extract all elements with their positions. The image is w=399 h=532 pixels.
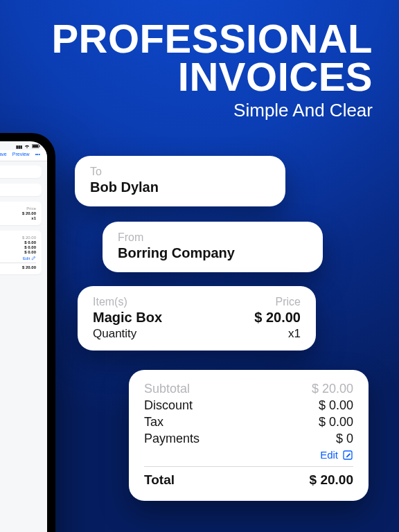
- callout-card-to: To Bob Dylan: [75, 156, 285, 206]
- item-qty-label: Quantity: [93, 327, 136, 341]
- ipad-item-price-label: Price: [26, 206, 36, 211]
- ipad-payments: $ 0.00: [24, 250, 36, 254]
- svg-rect-1: [33, 145, 38, 148]
- ipad-item-qty: x1: [31, 216, 36, 220]
- ipad-card-totals: $ 20.00 $ 0.00 $ 0.00 $ 0.00 Edit $ 20.0…: [0, 231, 42, 274]
- ipad-tax: $ 0.00: [24, 245, 36, 249]
- ipad-discount: $ 0.00: [24, 240, 36, 245]
- edit-label: Edit: [320, 449, 338, 461]
- from-label: From: [118, 231, 308, 244]
- nav-preview-button[interactable]: Preview: [12, 152, 30, 157]
- discount-value: $ 0.00: [319, 398, 353, 413]
- subtotal-label: Subtotal: [144, 382, 190, 396]
- items-header-label: Item(s): [93, 296, 127, 308]
- ipad-total: $ 20.00: [22, 265, 36, 269]
- marketing-headline: PROFESSIONAL INVOICES Simple And Clear: [51, 19, 373, 121]
- ipad-statusbar: ▮▮▮: [0, 141, 47, 150]
- discount-label: Discount: [144, 398, 193, 413]
- subtotal-value: $ 20.00: [312, 382, 353, 396]
- nav-save-button[interactable]: Save: [0, 152, 7, 157]
- ipad-card-from: [0, 184, 42, 196]
- nav-more-button[interactable]: •••: [35, 152, 40, 157]
- ipad-screen: ▮▮▮ Save Preview ••• Price $ 20.00 x1: [0, 141, 47, 532]
- ipad-edit-button[interactable]: Edit: [0, 256, 36, 260]
- wifi-icon: [24, 144, 30, 149]
- items-price-label: Price: [276, 296, 301, 308]
- item-name: Magic Box: [93, 310, 162, 326]
- callout-card-items: Item(s) Price Magic Box $ 20.00 Quantity…: [78, 286, 316, 351]
- ipad-card-items: Price $ 20.00 x1: [0, 202, 42, 225]
- edit-icon: [342, 450, 353, 461]
- total-label: Total: [144, 472, 175, 488]
- divider: [144, 466, 353, 467]
- callout-card-totals: Subtotal $ 20.00 Discount $ 0.00 Tax $ 0…: [129, 370, 369, 501]
- to-label: To: [90, 166, 270, 178]
- payments-value: $ 0: [336, 432, 353, 446]
- to-value: Bob Dylan: [90, 179, 270, 195]
- battery-icon: [32, 144, 40, 149]
- total-value: $ 20.00: [310, 472, 353, 488]
- ipad-subtotal: $ 20.00: [22, 236, 36, 240]
- from-value: Borring Company: [118, 245, 308, 261]
- ipad-mockup: ▮▮▮ Save Preview ••• Price $ 20.00 x1: [0, 133, 55, 532]
- item-qty: x1: [288, 327, 301, 341]
- ipad-card-to: [0, 166, 42, 178]
- headline-subtitle: Simple And Clear: [51, 100, 373, 121]
- tax-label: Tax: [144, 415, 163, 429]
- ipad-item-price: $ 20.00: [22, 211, 36, 215]
- signal-icon: ▮▮▮: [16, 144, 22, 149]
- payments-label: Payments: [144, 432, 200, 446]
- edit-button[interactable]: Edit: [144, 449, 353, 461]
- ipad-navbar: Save Preview •••: [0, 150, 47, 161]
- svg-rect-2: [39, 145, 40, 148]
- callout-card-from: From Borring Company: [103, 222, 323, 272]
- headline-line2: INVOICES: [178, 54, 373, 99]
- item-price: $ 20.00: [254, 310, 301, 326]
- tax-value: $ 0.00: [319, 415, 353, 429]
